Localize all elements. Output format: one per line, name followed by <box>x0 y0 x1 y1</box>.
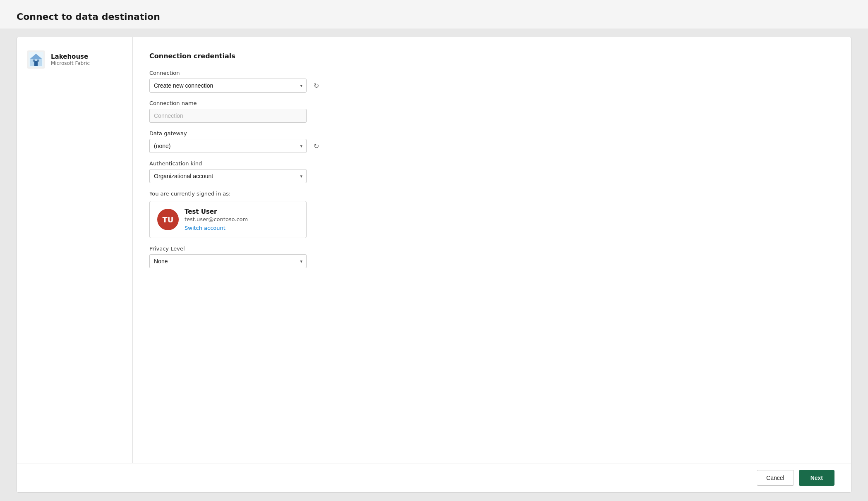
sidebar-item-title: Lakehouse <box>51 53 90 60</box>
user-email: test.user@contoso.com <box>185 216 248 222</box>
lakehouse-icon <box>27 50 45 69</box>
signed-in-group: You are currently signed in as: TU Test … <box>149 191 834 238</box>
connection-name-input[interactable] <box>149 109 307 123</box>
privacy-level-label: Privacy Level <box>149 246 834 252</box>
auth-kind-select[interactable]: Organizational account <box>149 169 307 183</box>
data-gateway-label: Data gateway <box>149 130 834 136</box>
data-gateway-group: Data gateway (none) ▾ ↻ <box>149 130 834 153</box>
sidebar: Lakehouse Microsoft Fabric <box>17 37 133 463</box>
connection-label: Connection <box>149 70 834 76</box>
dialog-footer: Cancel Next <box>17 463 851 492</box>
svg-rect-5 <box>33 60 35 62</box>
connection-name-label: Connection name <box>149 100 834 106</box>
connection-group: Connection Create new connection ▾ ↻ <box>149 70 834 93</box>
switch-account-link[interactable]: Switch account <box>185 225 248 231</box>
connection-select[interactable]: Create new connection <box>149 79 307 93</box>
user-info: Test User test.user@contoso.com Switch a… <box>185 208 248 231</box>
sidebar-item-lakehouse: Lakehouse Microsoft Fabric <box>27 50 122 69</box>
next-button[interactable]: Next <box>799 470 834 486</box>
sidebar-text: Lakehouse Microsoft Fabric <box>51 53 90 66</box>
avatar: TU <box>157 209 179 230</box>
auth-kind-label: Authentication kind <box>149 160 834 167</box>
data-gateway-select[interactable]: (none) <box>149 139 307 153</box>
content-area: Connection credentials Connection Create… <box>133 37 851 463</box>
svg-rect-4 <box>34 61 38 66</box>
sidebar-item-subtitle: Microsoft Fabric <box>51 60 90 66</box>
privacy-level-group: Privacy Level None ▾ <box>149 246 834 268</box>
signed-in-label: You are currently signed in as: <box>149 191 834 197</box>
auth-kind-select-wrapper: Organizational account ▾ <box>149 169 307 183</box>
auth-kind-group: Authentication kind Organizational accou… <box>149 160 834 183</box>
data-gateway-select-wrapper: (none) ▾ <box>149 139 307 153</box>
connection-name-group: Connection name <box>149 100 834 123</box>
user-card: TU Test User test.user@contoso.com Switc… <box>149 201 307 238</box>
privacy-level-select[interactable]: None <box>149 254 307 268</box>
svg-rect-6 <box>37 60 39 62</box>
connection-refresh-button[interactable]: ↻ <box>310 79 322 92</box>
data-gateway-refresh-button[interactable]: ↻ <box>310 140 322 152</box>
cancel-button[interactable]: Cancel <box>757 470 794 486</box>
page-title: Connect to data destination <box>17 12 160 22</box>
connection-select-wrapper: Create new connection ▾ <box>149 79 307 93</box>
section-title: Connection credentials <box>149 52 834 60</box>
user-name: Test User <box>185 208 248 215</box>
privacy-level-select-wrapper: None ▾ <box>149 254 307 268</box>
